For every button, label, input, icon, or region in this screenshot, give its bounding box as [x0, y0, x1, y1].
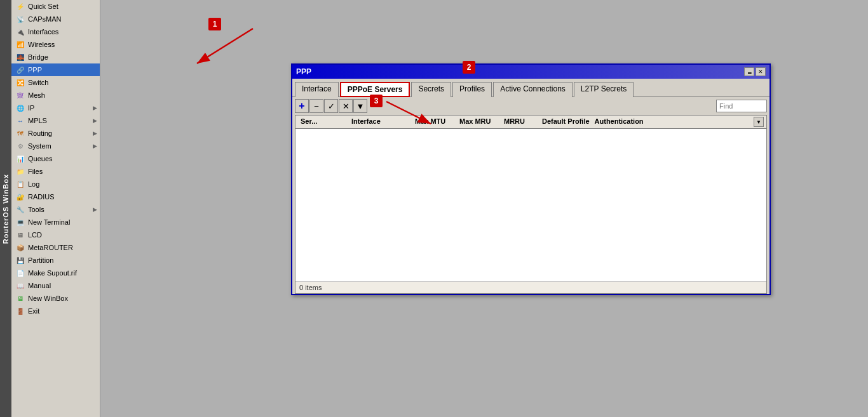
sidebar-item-terminal[interactable]: 💻New Terminal [11, 216, 100, 228]
tools-icon: 🔧 [15, 204, 25, 215]
radius-icon: 🔐 [15, 192, 25, 202]
sidebar-label-system: System [28, 142, 51, 150]
tab-interface[interactable]: Interface [295, 82, 339, 97]
sidebar-label-manual: Manual [28, 282, 51, 289]
manual-icon: 📖 [15, 281, 25, 291]
sidebar-label-mpls: MPLS [28, 117, 47, 124]
ip-icon: 🌐 [15, 103, 25, 113]
sidebar-label-lcd: LCD [28, 231, 42, 239]
arrow-icon-routing: ▶ [93, 130, 97, 136]
sidebar-item-routing[interactable]: 🗺Routing▶ [11, 127, 100, 140]
tab-active-connections[interactable]: Active Connections [493, 82, 573, 97]
capsman-icon: 📡 [15, 14, 25, 24]
titlebar-buttons: 🗕 ✕ [744, 67, 766, 76]
sidebar: ⚡Quick Set📡CAPsMAN🔌Interfaces📶Wireless🌉B… [11, 0, 100, 417]
sidebar-item-queues[interactable]: 📊Queues [11, 152, 100, 165]
sidebar-label-winbox: New WinBox [28, 295, 68, 302]
sidebar-item-interfaces[interactable]: 🔌Interfaces [11, 25, 100, 38]
col-default-profile: Default Profile [539, 117, 592, 127]
add-button[interactable]: + [295, 99, 309, 113]
vertical-label-text: RouterOS WinBox [2, 173, 10, 243]
tab-l2tp-secrets[interactable]: L2TP Secrets [574, 82, 634, 97]
lcd-icon: 🖥 [15, 230, 25, 240]
annotation-badge-1: 1 [208, 18, 221, 30]
sidebar-item-quick-set[interactable]: ⚡Quick Set [11, 0, 100, 13]
table-footer: 0 items [295, 281, 766, 293]
terminal-icon: 💻 [15, 217, 25, 227]
sidebar-item-wireless[interactable]: 📶Wireless [11, 38, 100, 51]
table-header-dropdown[interactable]: ▼ [754, 117, 764, 127]
sidebar-item-lcd[interactable]: 🖥LCD [11, 228, 100, 241]
ppp-tabs: InterfacePPPoE ServersSecretsProfilesAct… [292, 79, 770, 97]
ppp-toolbar: + − ✓ ✕ ▼ [292, 97, 770, 115]
sidebar-label-queues: Queues [28, 155, 53, 162]
sidebar-item-files[interactable]: 📁Files [11, 165, 100, 178]
ppp-window: PPP 🗕 ✕ InterfacePPPoE ServersSecretsPro… [291, 63, 771, 295]
arrow-icon-ip: ▶ [93, 105, 97, 111]
switch-icon: 🔀 [15, 77, 25, 88]
table-body [295, 129, 766, 281]
annotation-badge-2: 2 [463, 61, 475, 74]
col-authentication: Authentication [592, 117, 646, 127]
col-maxmru: Max MRU [457, 117, 501, 127]
sidebar-label-partition: Partition [28, 256, 53, 264]
sidebar-item-mpls[interactable]: ↔MPLS▶ [11, 114, 100, 127]
routing-icon: 🗺 [15, 128, 25, 138]
tab-secrets[interactable]: Secrets [411, 82, 451, 97]
sidebar-label-files: Files [28, 168, 43, 175]
table-header: Ser...InterfaceMax MTUMax MRUMRRUDefault… [295, 116, 766, 129]
edit-button[interactable]: ✓ [324, 99, 338, 113]
sidebar-label-tools: Tools [28, 206, 44, 213]
system-icon: ⚙ [15, 141, 25, 151]
mesh-icon: 🕸 [15, 90, 25, 100]
disable-button[interactable]: ✕ [339, 99, 353, 113]
main-content: 1 2 3 PPP 🗕 ✕ [100, 0, 868, 417]
ppp-titlebar: PPP 🗕 ✕ [292, 65, 770, 79]
sidebar-label-interfaces: Interfaces [28, 28, 58, 36]
sidebar-item-ppp[interactable]: 🔗PPP [11, 63, 100, 76]
partition-icon: 💾 [15, 255, 25, 265]
sidebar-item-exit[interactable]: 🚪Exit [11, 305, 100, 317]
arrow-icon-tools: ▶ [93, 206, 97, 213]
sidebar-item-system[interactable]: ⚙System▶ [11, 140, 100, 152]
make-icon: 📄 [15, 268, 25, 278]
ppp-table: Ser...InterfaceMax MTUMax MRUMRRUDefault… [295, 115, 767, 294]
col-interface: Interface [349, 117, 412, 127]
ppp-title: PPP [296, 67, 311, 76]
sidebar-label-wireless: Wireless [28, 41, 55, 48]
sidebar-label-mesh: Mesh [28, 91, 45, 99]
winbox-icon: 🖥 [15, 293, 25, 303]
sidebar-label-metarouter: MetaROUTER [28, 244, 73, 251]
sidebar-item-winbox[interactable]: 🖥New WinBox [11, 292, 100, 305]
arrow-icon-mpls: ▶ [93, 117, 97, 124]
sidebar-item-tools[interactable]: 🔧Tools▶ [11, 203, 100, 216]
sidebar-item-make[interactable]: 📄Make Supout.rif [11, 267, 100, 279]
sidebar-item-switch[interactable]: 🔀Switch [11, 76, 100, 89]
close-button[interactable]: ✕ [756, 67, 766, 76]
sidebar-item-log[interactable]: 📋Log [11, 178, 100, 190]
arrow-icon-system: ▶ [93, 143, 97, 149]
sidebar-item-mesh[interactable]: 🕸Mesh [11, 89, 100, 102]
svg-line-1 [197, 29, 253, 63]
bridge-icon: 🌉 [15, 52, 25, 62]
sidebar-item-partition[interactable]: 💾Partition [11, 254, 100, 267]
minimize-button[interactable]: 🗕 [744, 67, 754, 76]
col-mrru: MRRU [501, 117, 539, 127]
remove-button[interactable]: − [309, 99, 323, 113]
sidebar-item-manual[interactable]: 📖Manual [11, 279, 100, 292]
filter-button[interactable]: ▼ [353, 99, 367, 113]
sidebar-label-bridge: Bridge [28, 53, 48, 61]
col-service: Ser... [298, 117, 349, 127]
sidebar-label-routing: Routing [28, 129, 52, 137]
queues-icon: 📊 [15, 154, 25, 164]
sidebar-item-radius[interactable]: 🔐RADIUS [11, 190, 100, 203]
tab-profiles[interactable]: Profiles [452, 82, 492, 97]
sidebar-item-bridge[interactable]: 🌉Bridge [11, 51, 100, 63]
sidebar-label-make: Make Supout.rif [28, 269, 77, 277]
find-input[interactable] [716, 100, 767, 112]
sidebar-label-log: Log [28, 180, 39, 188]
sidebar-item-capsman[interactable]: 📡CAPsMAN [11, 13, 100, 25]
sidebar-item-metarouter[interactable]: 📦MetaROUTER [11, 241, 100, 254]
sidebar-item-ip[interactable]: 🌐IP▶ [11, 102, 100, 114]
interfaces-icon: 🔌 [15, 27, 25, 37]
